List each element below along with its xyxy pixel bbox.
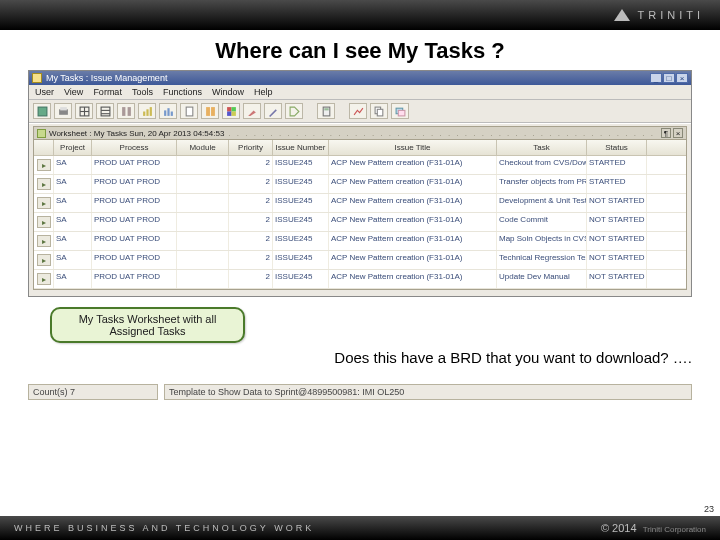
col-priority[interactable]: Priority [229,140,273,155]
svg-rect-18 [206,107,210,116]
tool-print-icon[interactable] [54,103,72,119]
row-expand-icon[interactable]: ▸ [37,159,51,171]
cell-module [177,156,229,174]
svg-rect-9 [122,107,125,116]
brd-question: Does this have a BRD that you want to do… [0,349,692,366]
col-task[interactable]: Task [497,140,587,155]
col-status[interactable]: Status [587,140,647,155]
tool-save-icon[interactable] [33,103,51,119]
svg-rect-14 [164,110,166,116]
svg-rect-2 [60,107,67,110]
table-row[interactable]: ▸SAPROD UAT PROD2ISSUE245ACP New Pattern… [34,175,686,194]
cell-issue-title: ACP New Pattern creation (F31-01A) [329,270,497,288]
cell-status: NOT STARTED [587,232,647,250]
tool-table-icon[interactable] [96,103,114,119]
svg-rect-11 [143,111,145,115]
cell-issue-number: ISSUE245 [273,175,329,193]
row-expand-icon[interactable]: ▸ [37,216,51,228]
cell-task: Update Dev Manual [497,270,587,288]
footer-copyright: © 2014 [601,522,637,534]
menu-view[interactable]: View [64,87,83,97]
cell-priority: 2 [229,213,273,231]
svg-rect-10 [127,107,130,116]
tool-tag-icon[interactable] [285,103,303,119]
row-expand-icon[interactable]: ▸ [37,197,51,209]
statusbar-count: Count(s) 7 [28,384,158,400]
cell-process: PROD UAT PROD [92,213,177,231]
menu-help[interactable]: Help [254,87,273,97]
row-expand-icon[interactable]: ▸ [37,235,51,247]
table-row[interactable]: ▸SAPROD UAT PROD2ISSUE245ACP New Pattern… [34,194,686,213]
worksheet-icon [37,129,46,138]
cell-module [177,213,229,231]
svg-rect-20 [227,107,231,111]
tool-doc-icon[interactable] [180,103,198,119]
menu-functions[interactable]: Functions [163,87,202,97]
minimize-button[interactable]: _ [650,73,662,83]
cell-task: Checkout from CVS/Download from PROD [497,156,587,174]
cell-issue-title: ACP New Pattern creation (F31-01A) [329,213,497,231]
tool-chart1-icon[interactable] [138,103,156,119]
data-grid: Project Process Module Priority Issue Nu… [33,140,687,290]
tool-grid-icon[interactable] [75,103,93,119]
svg-rect-16 [170,111,172,115]
app-icon [32,73,42,83]
tool-layers-icon[interactable] [391,103,409,119]
tool-calc-icon[interactable] [317,103,335,119]
col-issue-title[interactable]: Issue Title [329,140,497,155]
cell-priority: 2 [229,232,273,250]
cell-project: SA [54,251,92,269]
window-titlebar: My Tasks : Issue Management _ □ × [29,71,691,85]
cell-priority: 2 [229,156,273,174]
row-expand-icon[interactable]: ▸ [37,273,51,285]
close-button[interactable]: × [676,73,688,83]
cell-task: Code Commit [497,213,587,231]
close-ws-button[interactable]: × [673,128,683,138]
cell-issue-number: ISSUE245 [273,270,329,288]
grid-header: Project Process Module Priority Issue Nu… [34,140,686,156]
svg-rect-6 [101,107,110,116]
svg-rect-17 [186,107,193,116]
col-process[interactable]: Process [92,140,177,155]
svg-rect-25 [324,108,328,110]
cell-process: PROD UAT PROD [92,194,177,212]
table-row[interactable]: ▸SAPROD UAT PROD2ISSUE245ACP New Pattern… [34,156,686,175]
tool-color-icon[interactable] [222,103,240,119]
cell-priority: 2 [229,175,273,193]
table-row[interactable]: ▸SAPROD UAT PROD2ISSUE245ACP New Pattern… [34,213,686,232]
tool-split-icon[interactable] [201,103,219,119]
menu-user[interactable]: User [35,87,54,97]
triangle-logo-icon [614,9,630,21]
table-row[interactable]: ▸SAPROD UAT PROD2ISSUE245ACP New Pattern… [34,251,686,270]
svg-rect-13 [149,107,151,116]
cell-status: NOT STARTED [587,194,647,212]
cell-project: SA [54,175,92,193]
svg-rect-19 [211,107,215,116]
row-expand-icon[interactable]: ▸ [37,254,51,266]
tool-pencil-icon[interactable] [264,103,282,119]
tool-chart2-icon[interactable] [159,103,177,119]
menu-tools[interactable]: Tools [132,87,153,97]
table-row[interactable]: ▸SAPROD UAT PROD2ISSUE245ACP New Pattern… [34,232,686,251]
col-module[interactable]: Module [177,140,229,155]
col-issue-number[interactable]: Issue Number [273,140,329,155]
row-expand-icon[interactable]: ▸ [37,178,51,190]
menu-bar: User View Format Tools Functions Window … [29,85,691,100]
menu-window[interactable]: Window [212,87,244,97]
cell-issue-title: ACP New Pattern creation (F31-01A) [329,175,497,193]
table-row[interactable]: ▸SAPROD UAT PROD2ISSUE245ACP New Pattern… [34,270,686,289]
titlebar-dots: . . . . . . . . . . . . . . . . . . . . … [228,129,655,138]
worksheet-title: Worksheet : My Tasks Sun, 20 Apr 2013 04… [49,129,224,138]
tool-chart3-icon[interactable] [349,103,367,119]
menu-format[interactable]: Format [93,87,122,97]
col-project[interactable]: Project [54,140,92,155]
pin-button[interactable]: ¶ [661,128,671,138]
svg-rect-22 [227,111,231,115]
tool-copy-icon[interactable] [370,103,388,119]
cell-module [177,194,229,212]
cell-module [177,232,229,250]
cell-project: SA [54,232,92,250]
tool-column-icon[interactable] [117,103,135,119]
tool-brush-icon[interactable] [243,103,261,119]
maximize-button[interactable]: □ [663,73,675,83]
